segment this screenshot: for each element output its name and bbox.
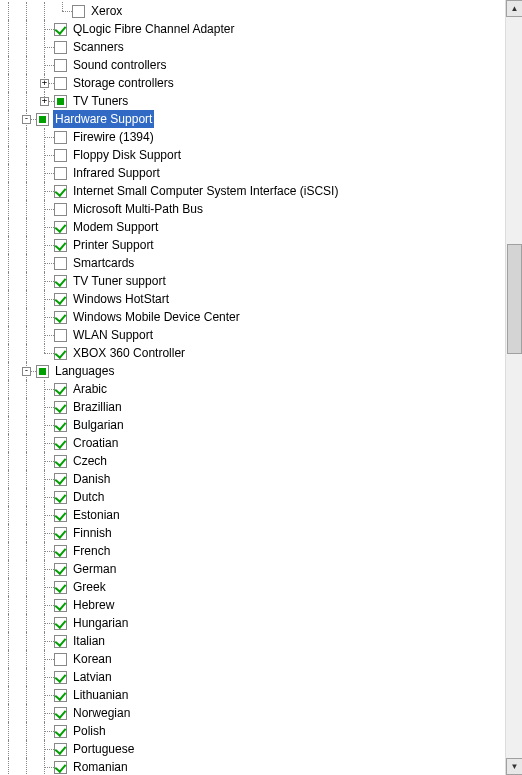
tree-row[interactable]: Hardware Support <box>0 110 500 128</box>
tree-row[interactable]: Italian <box>0 632 500 650</box>
checkbox[interactable] <box>54 671 67 684</box>
tree-row[interactable]: Croatian <box>0 434 500 452</box>
checkbox[interactable] <box>54 131 67 144</box>
expand-icon[interactable] <box>40 97 49 106</box>
checkbox[interactable] <box>54 635 67 648</box>
tree-row[interactable]: Firewire (1394) <box>0 128 500 146</box>
tree-item-label[interactable]: Greek <box>71 578 108 596</box>
tree-item-label[interactable]: Xerox <box>89 2 124 20</box>
tree-row[interactable]: French <box>0 542 500 560</box>
tree-row[interactable]: Lithuanian <box>0 686 500 704</box>
tree-row[interactable]: Danish <box>0 470 500 488</box>
tree-item-label[interactable]: Printer Support <box>71 236 156 254</box>
checkbox[interactable] <box>54 689 67 702</box>
tree-row[interactable]: Languages <box>0 362 500 380</box>
checkbox[interactable] <box>54 437 67 450</box>
checkbox[interactable] <box>54 185 67 198</box>
expand-icon[interactable] <box>40 79 49 88</box>
tree-row[interactable]: Storage controllers <box>0 74 500 92</box>
checkbox[interactable] <box>54 527 67 540</box>
tree-item-label[interactable]: Hebrew <box>71 596 116 614</box>
checkbox[interactable] <box>54 545 67 558</box>
checkbox[interactable] <box>36 365 49 378</box>
checkbox[interactable] <box>72 5 85 18</box>
checkbox[interactable] <box>54 509 67 522</box>
checkbox[interactable] <box>54 491 67 504</box>
tree-item-label[interactable]: WLAN Support <box>71 326 155 344</box>
checkbox[interactable] <box>54 383 67 396</box>
tree-item-label[interactable]: Storage controllers <box>71 74 176 92</box>
scroll-thumb[interactable] <box>507 244 522 354</box>
tree-item-label[interactable]: Scanners <box>71 38 126 56</box>
tree-row[interactable]: Hebrew <box>0 596 500 614</box>
checkbox[interactable] <box>54 239 67 252</box>
tree-row[interactable]: Modem Support <box>0 218 500 236</box>
tree-item-label[interactable]: Arabic <box>71 380 109 398</box>
collapse-icon[interactable] <box>22 115 31 124</box>
tree-row[interactable]: XBOX 360 Controller <box>0 344 500 362</box>
tree-row[interactable]: Scanners <box>0 38 500 56</box>
tree-row[interactable]: QLogic Fibre Channel Adapter <box>0 20 500 38</box>
tree-item-label[interactable]: Norwegian <box>71 704 132 722</box>
tree-row[interactable]: Smartcards <box>0 254 500 272</box>
tree-item-label[interactable]: Firewire (1394) <box>71 128 156 146</box>
checkbox[interactable] <box>54 617 67 630</box>
tree-item-label[interactable]: Latvian <box>71 668 114 686</box>
checkbox[interactable] <box>54 275 67 288</box>
tree-item-label[interactable]: Languages <box>53 362 116 380</box>
checkbox[interactable] <box>54 401 67 414</box>
tree-row[interactable]: Arabic <box>0 380 500 398</box>
tree-row[interactable]: TV Tuner support <box>0 272 500 290</box>
checkbox[interactable] <box>54 311 67 324</box>
checkbox[interactable] <box>54 653 67 666</box>
checkbox[interactable] <box>54 329 67 342</box>
tree-item-label[interactable]: Infrared Support <box>71 164 162 182</box>
tree-row[interactable]: Xerox <box>0 2 500 20</box>
tree-row[interactable]: Dutch <box>0 488 500 506</box>
tree-item-label[interactable]: QLogic Fibre Channel Adapter <box>71 20 236 38</box>
checkbox[interactable] <box>54 473 67 486</box>
checkbox[interactable] <box>54 95 67 108</box>
tree-item-label[interactable]: Smartcards <box>71 254 136 272</box>
tree-item-label[interactable]: Dutch <box>71 488 106 506</box>
tree-row[interactable]: Portuguese <box>0 740 500 758</box>
checkbox[interactable] <box>54 761 67 774</box>
tree-row[interactable]: Korean <box>0 650 500 668</box>
tree-item-label[interactable]: XBOX 360 Controller <box>71 344 187 362</box>
tree-item-label[interactable]: Portuguese <box>71 740 136 758</box>
tree-row[interactable]: WLAN Support <box>0 326 500 344</box>
tree-row[interactable]: Bulgarian <box>0 416 500 434</box>
tree-row[interactable]: Norwegian <box>0 704 500 722</box>
vertical-scrollbar[interactable]: ▲ ▼ <box>505 0 522 775</box>
checkbox[interactable] <box>54 59 67 72</box>
tree-row[interactable]: Floppy Disk Support <box>0 146 500 164</box>
tree-row[interactable]: Polish <box>0 722 500 740</box>
checkbox[interactable] <box>54 599 67 612</box>
tree-item-label[interactable]: Hardware Support <box>53 110 154 128</box>
checkbox[interactable] <box>54 563 67 576</box>
tree-row[interactable]: Greek <box>0 578 500 596</box>
checkbox[interactable] <box>54 455 67 468</box>
checkbox[interactable] <box>54 419 67 432</box>
tree-row[interactable]: Internet Small Computer System Interface… <box>0 182 500 200</box>
tree-item-label[interactable]: French <box>71 542 112 560</box>
tree-item-label[interactable]: Sound controllers <box>71 56 168 74</box>
tree-item-label[interactable]: Internet Small Computer System Interface… <box>71 182 340 200</box>
checkbox[interactable] <box>54 221 67 234</box>
tree-row[interactable]: Printer Support <box>0 236 500 254</box>
tree-item-label[interactable]: Modem Support <box>71 218 160 236</box>
tree-row[interactable]: Romanian <box>0 758 500 775</box>
tree-row[interactable]: Windows HotStart <box>0 290 500 308</box>
tree-item-label[interactable]: TV Tuner support <box>71 272 168 290</box>
tree-row[interactable]: Czech <box>0 452 500 470</box>
tree-row[interactable]: Brazillian <box>0 398 500 416</box>
checkbox[interactable] <box>54 743 67 756</box>
tree-item-label[interactable]: Czech <box>71 452 109 470</box>
scroll-down-button[interactable]: ▼ <box>506 758 522 775</box>
tree-row[interactable]: TV Tuners <box>0 92 500 110</box>
tree-item-label[interactable]: Croatian <box>71 434 120 452</box>
checkbox[interactable] <box>54 347 67 360</box>
tree-item-label[interactable]: Windows HotStart <box>71 290 171 308</box>
tree-row[interactable]: Finnish <box>0 524 500 542</box>
scroll-up-button[interactable]: ▲ <box>506 0 522 17</box>
